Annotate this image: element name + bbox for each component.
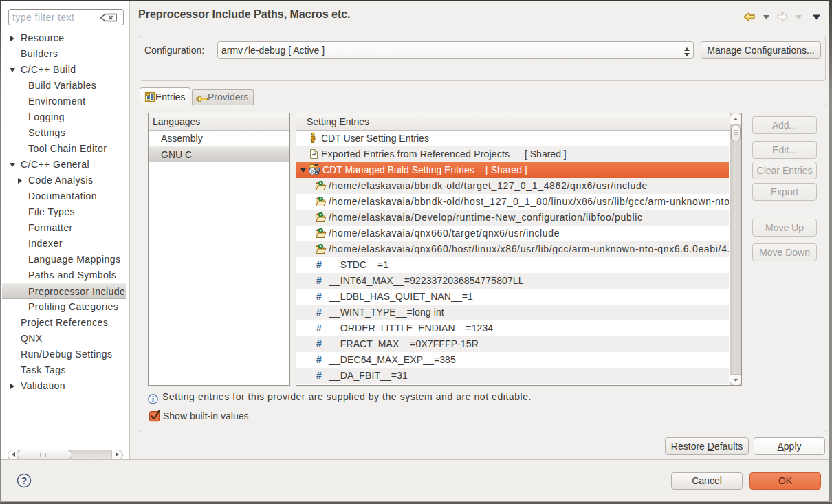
svg-text:?: ? [21, 475, 28, 486]
